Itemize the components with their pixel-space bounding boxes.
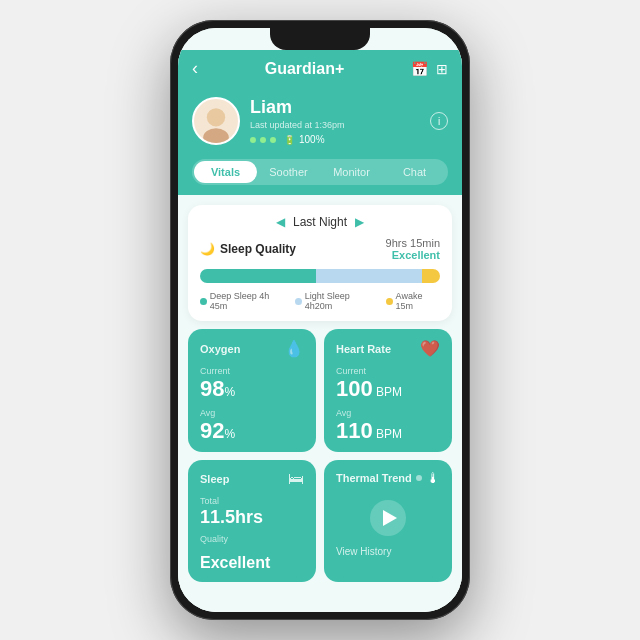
heart-icon: ❤️ [420, 339, 440, 358]
oxygen-current-label: Current [200, 366, 304, 376]
sleep-bottom-header: Sleep 🛏 [200, 470, 304, 488]
profile-name: Liam [250, 97, 420, 118]
oxygen-icon: 💧 [284, 339, 304, 358]
header-actions: 📅 ⊞ [411, 61, 448, 77]
sleep-total-value: 11.5hrs [200, 508, 304, 526]
deep-sleep-label: Deep Sleep 4h 45m [210, 291, 285, 311]
tab-monitor[interactable]: Monitor [320, 161, 383, 183]
sleep-quality-label: 🌙 Sleep Quality [200, 242, 296, 256]
sleep-legend: Deep Sleep 4h 45m Light Sleep 4h20m Awak… [200, 291, 440, 311]
oxygen-avg-label: Avg [200, 408, 304, 418]
thermometer-icon: 🌡 [426, 470, 440, 486]
bed-icon: 🛏 [288, 470, 304, 488]
tab-vitals[interactable]: Vitals [194, 161, 257, 183]
avatar [192, 97, 240, 145]
awake-label: Awake 15m [396, 291, 440, 311]
app-header: ‹ Guardian+ 📅 ⊞ [178, 50, 462, 89]
oxygen-current-value: 98% [200, 378, 304, 400]
light-sleep-label: Light Sleep 4h20m [305, 291, 376, 311]
sleep-quality-row: 🌙 Sleep Quality 9hrs 15min Excellent [200, 237, 440, 261]
nav-tabs: Vitals Soother Monitor Chat [178, 159, 462, 195]
oxygen-avg-value: 92% [200, 420, 304, 442]
svg-point-0 [207, 108, 225, 126]
thermal-icons: 🌡 [416, 470, 440, 486]
sleep-duration: 9hrs 15min Excellent [386, 237, 440, 261]
vitals-grid: Oxygen 💧 Current 98% Avg 92% [188, 329, 452, 452]
last-updated: Last updated at 1:36pm [250, 120, 420, 130]
next-period-button[interactable]: ▶ [355, 215, 364, 229]
sleep-period: Last Night [293, 215, 347, 229]
heart-rate-title: Heart Rate [336, 343, 391, 355]
deep-sleep-dot [200, 298, 207, 305]
sleep-quality-card: ◀ Last Night ▶ 🌙 Sleep Quality 9hrs 15mi… [188, 205, 452, 321]
awake-bar [422, 269, 440, 283]
status-dot [250, 137, 256, 143]
legend-deep-sleep: Deep Sleep 4h 45m [200, 291, 285, 311]
sleep-quality-excellent: Excellent [200, 554, 304, 572]
view-history-link[interactable]: View History [336, 546, 440, 557]
oxygen-title: Oxygen [200, 343, 240, 355]
oxygen-avg-row: Avg 92% [200, 408, 304, 442]
tab-chat[interactable]: Chat [383, 161, 446, 183]
hr-current-label: Current [336, 366, 440, 376]
filter-icon[interactable]: ⊞ [436, 61, 448, 77]
calendar-icon[interactable]: 📅 [411, 61, 428, 77]
legend-light-sleep: Light Sleep 4h20m [295, 291, 376, 311]
play-button[interactable] [370, 500, 406, 536]
tab-soother[interactable]: Soother [257, 161, 320, 183]
thermal-header: Thermal Trend 🌡 [336, 470, 440, 486]
battery-icon: 🔋 [284, 135, 295, 145]
hr-avg-label: Avg [336, 408, 440, 418]
tabs-container: Vitals Soother Monitor Chat [192, 159, 448, 185]
status-dot-2 [260, 137, 266, 143]
profile-info: Liam Last updated at 1:36pm 🔋 100% [250, 97, 420, 145]
hr-avg-value: 110 BPM [336, 420, 440, 442]
thermal-title: Thermal Trend [336, 472, 412, 484]
sleep-label-text: Sleep Quality [220, 242, 296, 256]
back-button[interactable]: ‹ [192, 58, 198, 79]
app-screen: ‹ Guardian+ 📅 ⊞ Liam Last updated at [178, 28, 462, 612]
sleep-quality-label: Quality [200, 534, 304, 544]
sleep-card-bottom: Sleep 🛏 Total 11.5hrs Quality Excellent [188, 460, 316, 582]
status-dot-3 [270, 137, 276, 143]
sleep-card-header: ◀ Last Night ▶ [200, 215, 440, 229]
deep-sleep-bar [200, 269, 316, 283]
legend-awake: Awake 15m [386, 291, 440, 311]
sleep-total-label: Total [200, 496, 304, 506]
phone-notch [270, 28, 370, 50]
content-area: ◀ Last Night ▶ 🌙 Sleep Quality 9hrs 15mi… [178, 195, 462, 612]
light-sleep-bar [316, 269, 422, 283]
sleep-time: 9hrs 15min [386, 237, 440, 249]
sleep-quality-value: Excellent [386, 249, 440, 261]
svg-point-1 [203, 128, 229, 143]
awake-dot [386, 298, 393, 305]
sleep-bar [200, 269, 440, 283]
hr-current-value: 100 BPM [336, 378, 440, 400]
thermal-dot [416, 475, 422, 481]
heart-rate-header: Heart Rate ❤️ [336, 339, 440, 358]
app-title: Guardian+ [265, 60, 345, 78]
profile-section: Liam Last updated at 1:36pm 🔋 100% i [178, 89, 462, 159]
info-icon[interactable]: i [430, 112, 448, 130]
battery-level: 100% [299, 134, 325, 145]
bottom-grid: Sleep 🛏 Total 11.5hrs Quality Excellent … [188, 460, 452, 582]
phone-frame: ‹ Guardian+ 📅 ⊞ Liam Last updated at [170, 20, 470, 620]
heart-rate-card: Heart Rate ❤️ Current 100 BPM Avg 110 BP… [324, 329, 452, 452]
phone-screen: ‹ Guardian+ 📅 ⊞ Liam Last updated at [178, 28, 462, 612]
sleep-bottom-title: Sleep [200, 473, 229, 485]
oxygen-header: Oxygen 💧 [200, 339, 304, 358]
moon-icon: 🌙 [200, 242, 215, 256]
profile-status: 🔋 100% [250, 134, 420, 145]
prev-period-button[interactable]: ◀ [276, 215, 285, 229]
light-sleep-dot [295, 298, 302, 305]
play-triangle [383, 510, 397, 526]
hr-avg-row: Avg 110 BPM [336, 408, 440, 442]
oxygen-card: Oxygen 💧 Current 98% Avg 92% [188, 329, 316, 452]
thermal-card: Thermal Trend 🌡 View History [324, 460, 452, 582]
